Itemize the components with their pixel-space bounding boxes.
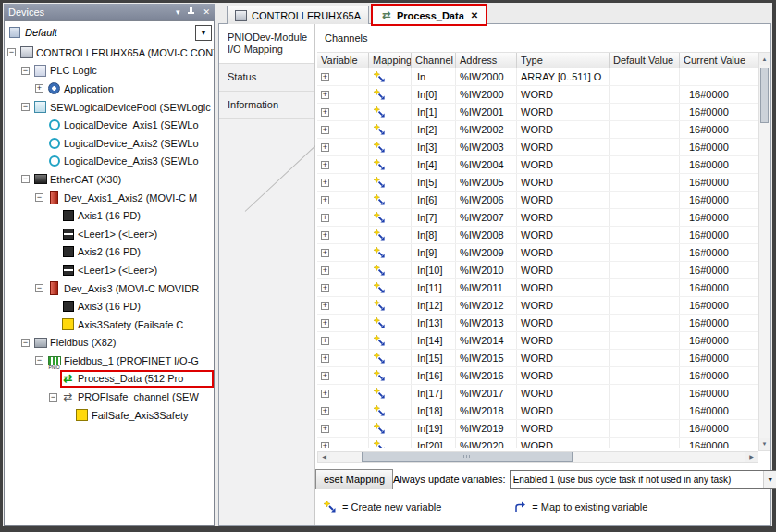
table-row[interactable]: + In[10] %IW2010 WORD 16#0000 [317,262,758,279]
tree-expander-icon[interactable]: − [35,284,43,292]
expand-row-icon[interactable]: + [321,372,329,380]
table-row[interactable]: + In[7] %IW2007 WORD 16#0000 [317,209,758,227]
tab-controlleruhx65a[interactable]: CONTROLLERUHX65A [227,6,369,24]
column-header[interactable]: Channel [412,53,456,68]
tab-information[interactable]: Information [219,92,314,119]
tree-item[interactable]: LogicalDevice_Axis3 (SEWLo [5,153,214,171]
tree-item[interactable]: Axis2 (16 PD) [5,243,214,262]
tree-item[interactable]: − Dev_Axis1_Axis2 (MOVI-C M [5,189,214,207]
tree-item[interactable]: FailSafe_Axis3Safety [5,406,214,425]
tree-item[interactable]: Axis3Safety (Failsafe C [5,315,214,334]
table-row[interactable]: + In[19] %IW2019 WORD 16#0000 [317,420,758,438]
table-row[interactable]: + In[16] %IW2016 WORD 16#0000 [317,367,758,385]
table-row[interactable]: + In[12] %IW2012 WORD 16#0000 [317,297,758,315]
column-header[interactable]: Variable [317,53,369,68]
column-header[interactable]: Default Value [610,53,680,68]
column-header[interactable]: Type [517,53,610,68]
scroll-up-icon[interactable] [759,53,770,65]
column-header[interactable]: Address [456,53,517,68]
table-row[interactable]: + In[3] %IW2003 WORD 16#0000 [317,139,758,156]
expand-row-icon[interactable]: + [321,266,329,275]
tree-item[interactable]: − Fieldbus (X82) [5,334,214,353]
vertical-scroll-thumb[interactable] [760,68,769,123]
table-row[interactable]: + In[13] %IW2013 WORD 16#0000 [317,315,758,332]
tree-expander-icon[interactable]: − [21,103,30,111]
table-row[interactable]: + In[20] %IW2020 WORD 16#0000 [317,438,758,448]
expand-row-icon[interactable]: + [321,354,329,363]
horizontal-scroll-track[interactable] [330,452,745,462]
tree-item[interactable]: − PNIO Fieldbus_1 (PROFINET I/O-G [5,352,214,370]
chevron-down-icon[interactable] [763,471,776,488]
pin-icon[interactable] [187,7,195,17]
column-header[interactable]: Mapping [369,53,412,68]
expand-row-icon[interactable]: + [321,337,329,345]
scroll-left-icon[interactable] [318,452,330,462]
table-row[interactable]: + In[0] %IW2000 WORD 16#0000 [317,86,758,104]
device-set-selector[interactable]: Default [5,22,214,42]
tree-item[interactable]: Process_Data (512 Pro [5,370,214,389]
device-set-dropdown-button[interactable] [195,25,212,41]
table-row[interactable]: + In[4] %IW2004 WORD 16#0000 [317,156,758,174]
close-icon[interactable] [203,7,210,17]
expand-row-icon[interactable]: + [321,179,329,187]
expand-row-icon[interactable]: + [321,442,329,449]
tree-item[interactable]: Axis3 (16 PD) [5,297,214,315]
tree-item[interactable]: LogicalDevice_Axis2 (SEWLo [5,134,214,153]
tab-process-data[interactable]: Process_Data ✕ [372,5,487,25]
scroll-right-icon[interactable] [745,452,758,462]
expand-row-icon[interactable]: + [321,161,329,169]
close-tab-icon[interactable]: ✕ [471,10,478,20]
expand-row-icon[interactable]: + [321,108,329,117]
tree-item[interactable]: − CONTROLLERUHX65A (MOVI-C CONT [5,43,214,62]
tab-io-mapping[interactable]: PNIODev-Module I/O Mapping [219,24,314,64]
chevron-down-icon[interactable] [176,7,180,17]
expand-row-icon[interactable]: + [321,73,329,81]
expand-row-icon[interactable]: + [321,143,329,152]
tab-status[interactable]: Status [219,64,314,92]
tree-item[interactable]: − PROFIsafe_channel (SEW [5,388,214,406]
tree-item[interactable]: + Application [5,80,214,98]
expand-row-icon[interactable]: + [321,302,329,310]
tree-item[interactable]: <Leer1> (<Leer>) [5,225,214,243]
expand-row-icon[interactable]: + [321,319,329,328]
tree-expander-icon[interactable]: − [35,356,43,365]
expand-row-icon[interactable]: + [321,407,329,415]
expand-row-icon[interactable]: + [321,196,329,204]
table-row[interactable]: + In[14] %IW2014 WORD 16#0000 [317,332,758,350]
always-update-select[interactable]: Enabled 1 (use bus cycle task if not use… [510,470,776,489]
expand-row-icon[interactable]: + [321,91,329,99]
horizontal-scroll-thumb[interactable] [362,452,573,462]
expand-row-icon[interactable]: + [321,390,329,398]
table-row[interactable]: + In[5] %IW2005 WORD 16#0000 [317,174,758,192]
scroll-down-icon[interactable] [759,438,770,450]
tree-expander-icon[interactable]: − [21,175,30,183]
tree-expander-icon[interactable]: − [21,67,30,75]
tree-item[interactable]: LogicalDevice_Axis1 (SEWLo [5,116,214,134]
table-row[interactable]: + In[6] %IW2006 WORD 16#0000 [317,192,758,209]
tree-expander-icon[interactable]: − [7,48,16,56]
tree-expander-icon[interactable]: − [21,339,30,347]
tree-item[interactable]: − Dev_Axis3 (MOVI-C MOVIDR [5,279,214,298]
tree-item[interactable]: − SEWLogicalDevicePool (SEWLogic [5,98,214,117]
table-row[interactable]: + In[17] %IW2017 WORD 16#0000 [317,385,758,402]
tree-item[interactable]: Axis1 (16 PD) [5,206,214,225]
table-row[interactable]: + In[8] %IW2008 WORD 16#0000 [317,227,758,244]
table-row[interactable]: + In[18] %IW2018 WORD 16#0000 [317,402,758,420]
expand-row-icon[interactable]: + [321,249,329,257]
table-row[interactable]: + In[11] %IW2011 WORD 16#0000 [317,279,758,297]
expand-row-icon[interactable]: + [321,425,329,433]
table-row[interactable]: + In[1] %IW2001 WORD 16#0000 [317,104,758,121]
expand-row-icon[interactable]: + [321,126,329,134]
expand-row-icon[interactable]: + [321,214,329,222]
expand-row-icon[interactable]: + [321,231,329,240]
column-header[interactable]: Current Value [680,53,758,68]
tree-item[interactable]: − PLC Logic [5,62,214,80]
reset-mapping-button[interactable]: eset Mapping [315,469,393,489]
tree-item[interactable]: − EtherCAT (X30) [5,170,214,189]
table-row[interactable]: + In[15] %IW2015 WORD 16#0000 [317,350,758,367]
tree-expander-icon[interactable]: − [49,393,57,402]
tree-item[interactable]: <Leer1> (<Leer>) [5,261,214,279]
expand-row-icon[interactable]: + [321,284,329,292]
horizontal-scrollbar[interactable] [317,451,758,463]
table-row[interactable]: + In %IW2000 ARRAY [0..511] O [317,68,758,86]
